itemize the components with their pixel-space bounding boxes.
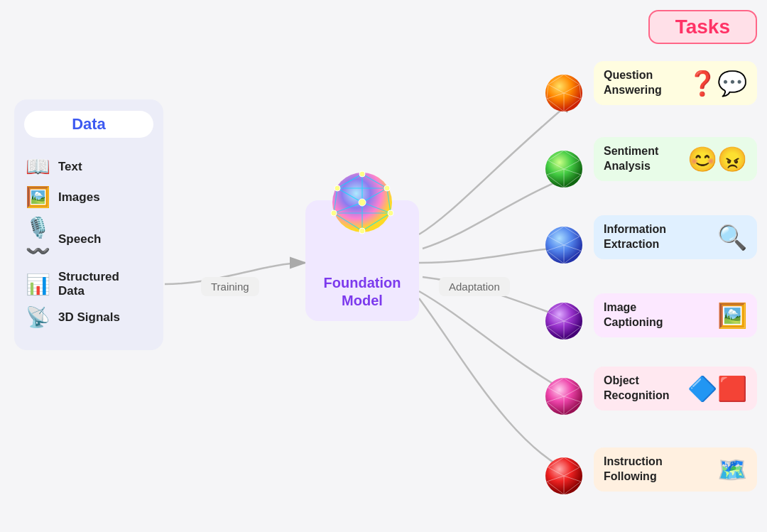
images-icon: 🖼️ [24,185,51,209]
task-or-label: ObjectRecognition [604,374,680,403]
task-if-label: InstructionFollowing [604,455,710,484]
text-icon: 📖 [24,155,51,178]
task-card-or: ObjectRecognition 🔷🟥 [594,367,757,411]
data-item-structured: 📊 StructuredData [24,270,153,298]
data-title: Data [24,111,153,138]
data-item-text: 📖 Text [24,155,153,178]
svg-point-22 [359,228,365,234]
data-label-speech: Speech [58,232,101,246]
task-sa-label: SentimentAnalysis [604,144,680,174]
task-qa-label: QuestionAnswering [604,68,680,98]
svg-point-19 [359,199,366,206]
structured-icon: 📊 [24,273,51,296]
task-if-icon: 🗺️ [717,455,747,484]
task-ie-label: InformationExtraction [604,222,710,252]
sphere-or [544,376,584,416]
svg-point-21 [331,210,337,216]
sphere-sa [544,149,584,189]
task-ie-icon: 🔍 [717,223,747,251]
foundation-model-box: FoundationModel [305,200,419,321]
svg-point-16 [359,171,365,177]
adaptation-label: Adaptation [439,277,510,296]
task-sa-icon: 😊😠 [687,145,747,173]
signals-icon: 📡 [24,305,51,329]
data-item-images: 🖼️ Images [24,185,153,209]
tasks-title: Tasks [648,10,757,44]
svg-point-18 [334,185,340,191]
task-ic-label: ImageCaptioning [604,300,710,330]
task-card-ie: InformationExtraction 🔍 [594,215,757,259]
training-label: Training [201,277,259,296]
data-panel: Data 📖 Text 🖼️ Images 🎙️〰️ Speech 📊 Stru… [14,99,163,350]
sphere-qa [544,73,584,113]
data-item-speech: 🎙️〰️ Speech [24,216,153,263]
task-card-sa: SentimentAnalysis 😊😠 [594,137,757,181]
task-card-qa: QuestionAnswering ❓💬 [594,61,757,105]
sphere-ic [544,301,584,341]
data-item-3d: 📡 3D Signals [24,305,153,329]
task-qa-icon: ❓💬 [687,69,747,97]
foundation-model-label: FoundationModel [324,274,401,310]
data-label-text: Text [58,160,82,174]
sphere-ie [544,225,584,265]
data-label-3d: 3D Signals [58,310,120,325]
data-label-images: Images [58,190,100,205]
svg-point-17 [384,185,390,191]
task-or-icon: 🔷🟥 [687,374,747,403]
foundation-sphere-icon [330,170,394,234]
sphere-if [544,456,584,496]
task-ic-icon: 🖼️ [717,301,747,330]
data-label-structured: StructuredData [58,270,119,298]
svg-point-20 [388,210,393,216]
speech-icon: 🎙️〰️ [24,216,51,263]
task-card-if: InstructionFollowing 🗺️ [594,447,757,492]
task-card-ic: ImageCaptioning 🖼️ [594,293,757,337]
